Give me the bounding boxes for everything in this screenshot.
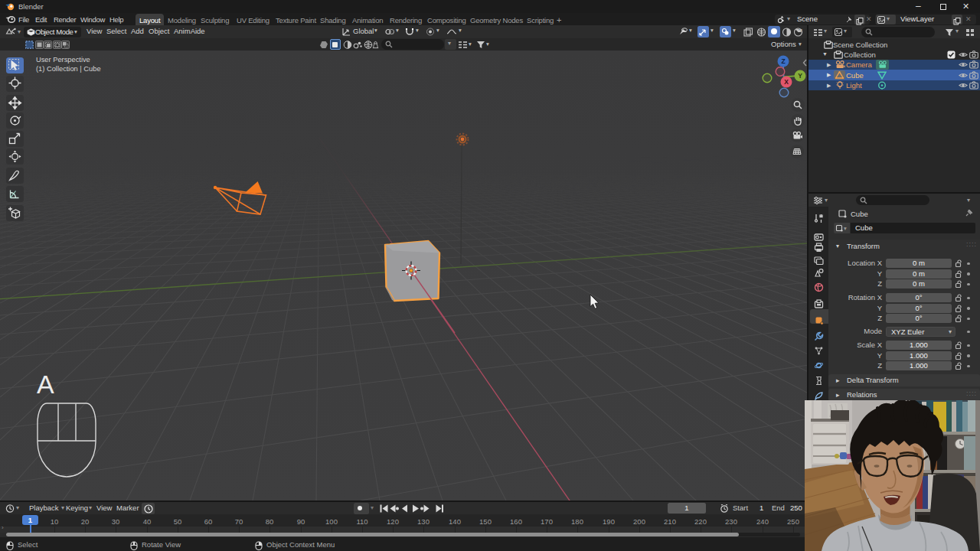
svg-text:User Perspective: User Perspective — [36, 56, 90, 64]
svg-text:Y: Y — [798, 72, 802, 80]
svg-text:Z: Z — [781, 57, 785, 65]
svg-text:X: X — [784, 78, 789, 86]
svg-text:(1) Collection | Cube: (1) Collection | Cube — [36, 65, 101, 73]
svg-text:A: A — [37, 370, 54, 399]
